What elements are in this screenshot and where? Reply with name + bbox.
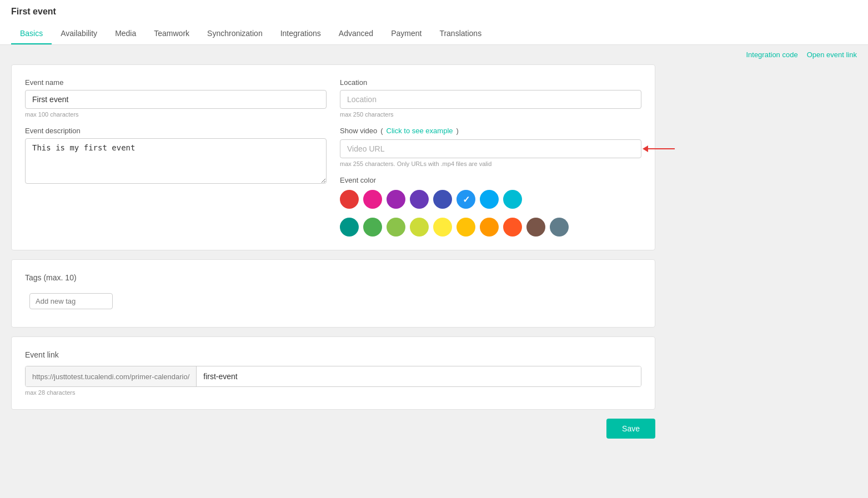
tab-teamwork[interactable]: Teamwork [145, 23, 198, 44]
color-dot-12[interactable] [433, 218, 452, 237]
form-row-top: Event name max 100 characters Event desc… [25, 78, 641, 237]
click-to-see-example[interactable]: Click to see example [387, 127, 453, 135]
location-group: Location max 250 characters [340, 78, 641, 118]
video-url-max: max 255 characters. Only URLs with .mp4 … [340, 160, 641, 167]
tab-translations[interactable]: Translations [430, 23, 490, 44]
color-row-2 [340, 218, 522, 237]
video-url-input[interactable] [340, 139, 641, 158]
color-dot-7[interactable] [503, 190, 522, 209]
page-header: First event Basics Availability Media Te… [0, 0, 868, 45]
color-dot-16[interactable] [526, 218, 545, 237]
tag-input-wrapper [25, 289, 641, 314]
event-link-section-title: Event link [25, 350, 641, 359]
show-video-paren-open: ( [380, 127, 383, 135]
color-row-1 [340, 190, 522, 209]
event-color-section: Event color [340, 176, 641, 237]
arrow-line [647, 148, 675, 149]
event-link-max: max 28 characters [25, 389, 641, 396]
color-dot-1[interactable] [363, 190, 382, 209]
event-link-card: Event link https://justtotest.tucalendi.… [11, 336, 655, 410]
main-content: Event name max 100 characters Event desc… [0, 64, 666, 450]
color-dot-5[interactable] [456, 190, 475, 209]
color-dot-10[interactable] [387, 218, 405, 237]
color-dot-2[interactable] [387, 190, 405, 209]
color-dot-17[interactable] [550, 218, 569, 237]
show-video-row: Show video ( Click to see example ) [340, 127, 641, 135]
arrow-indicator [643, 145, 675, 152]
toolbar: Integration code Open event link [0, 45, 868, 64]
color-dot-13[interactable] [456, 218, 475, 237]
integration-code-link[interactable]: Integration code [746, 51, 797, 59]
location-label: Location [340, 78, 641, 87]
color-grid [340, 190, 641, 237]
event-link-row: https://justtotest.tucalendi.com/primer-… [25, 366, 641, 387]
tab-basics[interactable]: Basics [11, 23, 52, 44]
tags-section-title: Tags (max. 10) [25, 273, 641, 282]
form-col-right: Location max 250 characters Show video (… [340, 78, 641, 237]
tags-card: Tags (max. 10) [11, 259, 655, 328]
event-name-group: Event name max 100 characters [25, 78, 327, 118]
color-dot-6[interactable] [480, 190, 499, 209]
event-link-input[interactable] [197, 366, 641, 386]
color-dot-14[interactable] [480, 218, 499, 237]
color-dot-9[interactable] [363, 218, 382, 237]
event-name-input[interactable] [25, 90, 327, 109]
event-description-input[interactable]: This is my first event [25, 138, 327, 184]
location-input[interactable] [340, 90, 641, 109]
open-event-link[interactable]: Open event link [807, 51, 857, 59]
tag-input[interactable] [29, 293, 113, 309]
color-dot-15[interactable] [503, 218, 522, 237]
tab-advanced[interactable]: Advanced [330, 23, 382, 44]
color-dot-3[interactable] [410, 190, 429, 209]
tab-availability[interactable]: Availability [52, 23, 106, 44]
save-row: Save [11, 419, 655, 439]
video-url-wrapper [340, 139, 641, 158]
color-dot-8[interactable] [340, 218, 359, 237]
tab-payment[interactable]: Payment [382, 23, 430, 44]
color-dot-11[interactable] [410, 218, 429, 237]
basic-info-card: Event name max 100 characters Event desc… [11, 64, 655, 250]
event-description-label: Event description [25, 127, 327, 135]
show-video-paren-close: ) [456, 127, 459, 135]
location-max: max 250 characters [340, 111, 641, 118]
tab-media[interactable]: Media [106, 23, 145, 44]
event-name-label: Event name [25, 78, 327, 87]
event-link-prefix: https://justtotest.tucalendi.com/primer-… [26, 366, 197, 386]
tab-synchronization[interactable]: Synchronization [198, 23, 272, 44]
event-name-max: max 100 characters [25, 111, 327, 118]
page-title: First event [11, 7, 857, 17]
color-row-3 [526, 218, 569, 237]
show-video-label: Show video [340, 127, 377, 135]
event-description-group: Event description This is my first event [25, 127, 327, 185]
color-dot-0[interactable] [340, 190, 359, 209]
tab-integrations[interactable]: Integrations [272, 23, 330, 44]
color-dot-4[interactable] [433, 190, 452, 209]
event-color-label: Event color [340, 176, 641, 184]
save-button[interactable]: Save [606, 419, 655, 439]
tabs-nav: Basics Availability Media Teamwork Synch… [11, 23, 857, 44]
video-url-group: Show video ( Click to see example ) max … [340, 127, 641, 167]
form-col-left: Event name max 100 characters Event desc… [25, 78, 327, 237]
